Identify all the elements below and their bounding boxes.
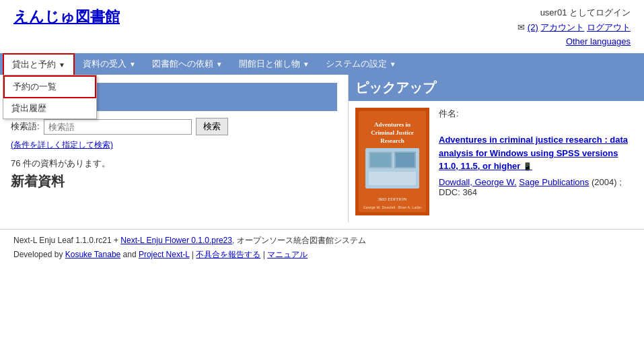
other-languages-link[interactable]: Other languages (566, 36, 631, 46)
navbar: 貸出と予約 ▼ 資料の受入 ▼ 図書館への依頼 ▼ 開館日と催し物 ▼ システム… (0, 53, 644, 75)
messages-link[interactable]: (2) (528, 22, 538, 32)
nav-item-calendar[interactable]: 開館日と催し物 ▼ (231, 53, 318, 75)
dropdown-history[interactable]: 貸出履歴 (3, 98, 96, 118)
search-label: 検索語: (11, 121, 40, 133)
nav-settings-arrow: ▼ (390, 61, 396, 68)
footer-prefix1: Next-L Enju Leaf 1.1.0.rc21 + (13, 236, 120, 245)
footer-dev-prefix: Developed by (13, 250, 65, 259)
user-info: user01 としてログイン ✉ (2) アカウント ログアウト Other l… (517, 7, 631, 46)
footer-sep2: | (260, 250, 267, 259)
site-title: えんじゅ図書館 (13, 7, 120, 27)
mobile-icon: 📱 (523, 162, 532, 170)
logout-link[interactable]: ログアウト (587, 22, 631, 32)
nav-request-label: 図書館への依頼 (152, 58, 213, 70)
advanced-search-link[interactable]: (条件を詳しく指定して検索) (11, 139, 337, 151)
svg-text:3RD EDITION: 3RD EDITION (378, 197, 406, 202)
ddc-text: DDC: 364 (439, 187, 477, 197)
nav-lending-arrow: ▼ (59, 61, 65, 69)
svg-rect-9 (396, 153, 415, 167)
nav-item-receive[interactable]: 資料の受入 ▼ (75, 53, 144, 75)
footer-and: and (120, 250, 139, 259)
kosuke-tanabe-link[interactable]: Kosuke Tanabe (65, 250, 121, 259)
nav-request-arrow: ▼ (216, 61, 223, 68)
enju-flower-link[interactable]: Next-L Enju Flower 0.1.0.pre23 (120, 236, 232, 245)
svg-text:Research: Research (380, 137, 404, 144)
nav-item-request[interactable]: 図書館への依頼 ▼ (144, 53, 231, 75)
nav-item-settings[interactable]: システムの設定 ▼ (318, 53, 404, 75)
header: えんじゅ図書館 user01 としてログイン ✉ (2) アカウント ログアウト… (0, 0, 644, 53)
right-panel: ピックアップ Adventures in Criminal Justice Re… (348, 75, 644, 222)
dropdown-reservations[interactable]: 予約の一覧 (3, 75, 96, 98)
svg-rect-7 (370, 153, 391, 167)
svg-text:Criminal Justice: Criminal Justice (371, 129, 414, 136)
svg-rect-10 (369, 172, 416, 185)
new-count: 76 件の資料があります。 (11, 158, 337, 170)
search-button[interactable]: 検索 (196, 118, 228, 135)
pickup-info: 件名: Adventures in criminal justice resea… (439, 108, 637, 215)
footer: Next-L Enju Leaf 1.1.0.rc21 + Next-L Enj… (0, 229, 644, 269)
nav-receive-label: 資料の受入 (83, 58, 127, 70)
pickup-content: Adventures in Criminal Justice Research … (349, 108, 644, 222)
item-name-label: 件名: (439, 108, 637, 120)
book-cover-svg: Adventures in Criminal Justice Research … (355, 108, 429, 215)
pickup-meta: Dowdall, George W. Sage Publications (20… (439, 177, 637, 197)
footer-suffix1: , オープンソース統合図書館システム (232, 236, 366, 245)
search-row: 検索語: 検索 (11, 118, 337, 135)
new-title: 新着資料 (11, 172, 337, 191)
user-login-text: user01 としてログイン (540, 7, 631, 18)
nav-settings-label: システムの設定 (326, 58, 387, 70)
lang-line: Other languages (517, 36, 631, 46)
nav-receive-arrow: ▼ (129, 61, 136, 68)
publisher-link[interactable]: Sage Publications (519, 177, 589, 187)
search-input[interactable] (44, 119, 192, 135)
author-link[interactable]: Dowdall, George W. (439, 177, 517, 187)
nav-item-lending[interactable]: 貸出と予約 ▼ (3, 53, 75, 75)
footer-line1: Next-L Enju Leaf 1.1.0.rc21 + Next-L Enj… (13, 235, 631, 246)
envelope-icon: ✉ (517, 22, 525, 32)
nav-calendar-arrow: ▼ (303, 61, 310, 68)
dropdown-menu: 予約の一覧 貸出履歴 (3, 75, 97, 119)
svg-text:George W. Dowdall · Brian A. L: George W. Dowdall · Brian A. Lader (363, 205, 422, 209)
login-line: user01 としてログイン (517, 7, 631, 19)
project-nextl-link[interactable]: Project Next-L (139, 250, 190, 259)
footer-sep1: | (190, 250, 196, 259)
nav-calendar-label: 開館日と催し物 (239, 58, 300, 70)
pickup-title: ピックアップ (349, 75, 644, 101)
manual-link[interactable]: マニュアル (267, 250, 308, 259)
pickup-book-image: Adventures in Criminal Justice Research … (355, 108, 429, 215)
user-actions: ✉ (2) アカウント ログアウト (517, 22, 631, 34)
meta-divider: ; (619, 177, 622, 187)
site-title-link[interactable]: えんじゅ図書館 (13, 8, 120, 25)
report-bug-link[interactable]: 不具合を報告する (196, 250, 260, 259)
nav-lending-label: 貸出と予約 (12, 59, 56, 71)
account-link[interactable]: アカウント (540, 22, 584, 32)
pickup-book-title[interactable]: Adventures in criminal justice research … (439, 133, 637, 173)
svg-text:Adventures in: Adventures in (374, 121, 410, 128)
year-text: (2004) (592, 177, 617, 187)
footer-line2: Developed by Kosuke Tanabe and Project N… (13, 249, 631, 261)
